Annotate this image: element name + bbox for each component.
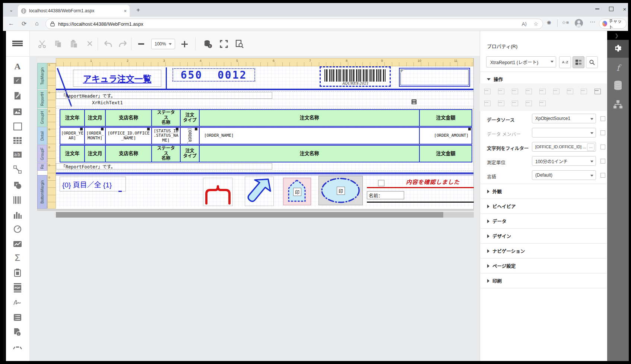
report-title-label[interactable]: アキュラ注文一覧 xyxy=(73,70,161,87)
barcode-tool-icon[interactable] xyxy=(13,195,22,205)
line-tool-icon[interactable] xyxy=(13,165,22,174)
collections-icon[interactable]: ☆≡ xyxy=(562,20,569,25)
section-print[interactable]: 印刷 xyxy=(480,273,607,288)
detail-cell-order-name[interactable]: [ORDER_NAME] xyxy=(199,128,419,144)
tab-close-icon[interactable]: × xyxy=(124,8,127,14)
band-label-top-margin[interactable]: TopMargin xyxy=(37,63,47,89)
header-cell-order-type[interactable]: 注文 タイプ xyxy=(180,110,199,126)
zoom-level-select[interactable]: 100% xyxy=(151,39,175,49)
report-footer-label[interactable]: 「ReportFooter」です。 xyxy=(56,163,272,170)
richtext-tool-icon[interactable] xyxy=(13,91,22,101)
operation-icon[interactable] xyxy=(512,101,518,106)
summary-sigma-tool-icon[interactable]: Σ xyxy=(13,253,22,263)
header-cell-order-name[interactable]: 注文名称 xyxy=(199,110,419,126)
black-line-element[interactable] xyxy=(367,202,474,203)
selection-handle[interactable] xyxy=(80,128,83,130)
page-info-tool-icon[interactable]: i xyxy=(13,327,22,337)
url-field[interactable]: https://localhost:44388/WebForm1.aspx A⟩… xyxy=(45,19,543,29)
footer-cell-order-amount[interactable]: 注文金額 xyxy=(419,146,472,162)
gauge-tool-icon[interactable] xyxy=(13,224,22,234)
detail-cell-order-amount[interactable]: [ORDER_AMOUNT] xyxy=(419,128,472,144)
report-explorer-tab-icon[interactable] xyxy=(607,96,629,113)
window-minimize-button[interactable] xyxy=(591,4,603,13)
favorite-star-icon[interactable]: ☆ xyxy=(533,21,538,27)
fullscreen-icon[interactable] xyxy=(219,39,229,49)
zoom-in-icon[interactable] xyxy=(180,39,189,49)
band-label-group-header[interactable]: GroupH xyxy=(37,109,47,127)
band-label-report-header[interactable]: ReportH xyxy=(37,90,47,108)
page-break-tool-icon[interactable] xyxy=(13,268,22,278)
property-marker[interactable] xyxy=(600,159,605,164)
zoom-out-icon[interactable] xyxy=(136,39,146,49)
stamp-shape-element[interactable]: 印 xyxy=(283,178,311,205)
group-header-row[interactable]: 注文年 注文月 支店名称 ステータ ス 名称 注文 タイプ 注文名称 注文金額 xyxy=(60,109,472,127)
operation-icon[interactable] xyxy=(567,89,573,94)
operation-icon[interactable] xyxy=(484,101,491,106)
read-aloud-icon[interactable]: A⟩ xyxy=(522,21,527,27)
vertical-line-element[interactable] xyxy=(166,67,167,89)
field-list-tab-icon[interactable] xyxy=(607,77,629,94)
band-label-detail[interactable]: Detail xyxy=(37,127,47,145)
operation-icon[interactable] xyxy=(526,101,532,106)
richtext-element[interactable]: XrRichText1 xyxy=(92,100,123,105)
signature-tool-icon[interactable] xyxy=(13,298,22,307)
profile-avatar[interactable] xyxy=(575,19,583,27)
section-data[interactable]: データ xyxy=(480,213,607,228)
object-selector[interactable]: XtraReport1 (レポート) xyxy=(486,56,556,67)
operation-icon[interactable] xyxy=(498,89,504,94)
sort-az-icon[interactable]: A↓Z xyxy=(559,56,571,68)
menu-hamburger-icon[interactable] xyxy=(12,40,23,48)
footer-cell-status-name[interactable]: ステータ ス 名称 xyxy=(151,146,180,162)
sparkline-tool-icon[interactable] xyxy=(13,239,22,249)
red-line-element[interactable] xyxy=(367,187,474,188)
table-tool-icon[interactable] xyxy=(13,136,22,145)
code39-barcode-element[interactable]: AQUREX-2021 xyxy=(320,66,391,87)
footer-cell-order-month[interactable]: 注文月 xyxy=(84,146,105,162)
diagonal-line-element[interactable] xyxy=(56,67,74,108)
panel-tool-icon[interactable] xyxy=(13,121,22,131)
operation-icon[interactable] xyxy=(539,89,546,94)
window-maximize-button[interactable] xyxy=(605,4,618,13)
section-navigation[interactable]: ナビゲーション xyxy=(480,243,607,258)
panel-collapse-chevron-icon[interactable]: ❯ xyxy=(615,33,619,38)
character-comb-tool-icon[interactable]: ab xyxy=(13,150,22,159)
confirm-checkbox-element[interactable] xyxy=(378,180,384,186)
horizontal-scrollbar-thumb[interactable] xyxy=(56,212,443,218)
operation-icon[interactable] xyxy=(526,89,532,94)
section-behavior[interactable]: ビヘイビア xyxy=(480,199,607,213)
cross-band-line-tool-icon[interactable] xyxy=(13,343,22,352)
shape-tool-icon[interactable] xyxy=(13,180,22,190)
richtext-grip-icon[interactable] xyxy=(412,99,416,104)
horizontal-scrollbar-track[interactable] xyxy=(56,212,474,218)
property-value-language[interactable]: (Default) xyxy=(532,170,596,180)
footer-cell-order-year[interactable]: 注文年 xyxy=(60,146,84,162)
operations-section-header[interactable]: 操作 xyxy=(487,76,503,83)
footer-cell-office-name[interactable]: 支店名称 xyxy=(105,146,151,162)
search-icon[interactable] xyxy=(586,56,598,68)
header-cell-order-amount[interactable]: 注文金額 xyxy=(419,110,472,126)
page-info-element[interactable]: {0} 頁目／全 {1} xyxy=(60,177,126,192)
operation-icon[interactable] xyxy=(484,89,491,94)
property-marker[interactable] xyxy=(600,130,605,135)
label-tool-icon[interactable]: A xyxy=(13,61,22,71)
detail-row[interactable]: [ORDER_YE AR] [ORDER_ MONTH] [OFFICE_ID.… xyxy=(60,127,472,145)
header-cell-office-name[interactable]: 支店名称 xyxy=(105,110,151,126)
preview-icon[interactable] xyxy=(235,39,244,49)
ellipsis-button[interactable]: … xyxy=(587,143,594,151)
expressions-tab-icon[interactable]: f xyxy=(607,60,629,76)
browser-tab[interactable]: localhost:44388/WebForm1.aspx × xyxy=(18,5,130,17)
delete-icon[interactable]: ✕ xyxy=(85,39,95,49)
picture-tool-icon[interactable] xyxy=(13,107,22,117)
browser-essentials-icon[interactable]: ❋ xyxy=(547,20,551,26)
footer-cell-order-type[interactable]: 注文 タイプ xyxy=(180,146,199,162)
paste-icon[interactable] xyxy=(69,39,79,49)
new-tab-button[interactable]: + xyxy=(134,6,142,15)
band-label-group-footer[interactable]: GroupF xyxy=(37,145,47,162)
operation-icon[interactable] xyxy=(539,101,546,106)
name-field-element[interactable]: 名前： xyxy=(367,191,404,199)
category-view-icon[interactable] xyxy=(573,56,584,68)
selection-handle[interactable] xyxy=(101,128,104,130)
property-marker[interactable] xyxy=(600,116,605,121)
cut-icon[interactable] xyxy=(37,39,47,49)
selection-handle[interactable] xyxy=(195,128,197,130)
